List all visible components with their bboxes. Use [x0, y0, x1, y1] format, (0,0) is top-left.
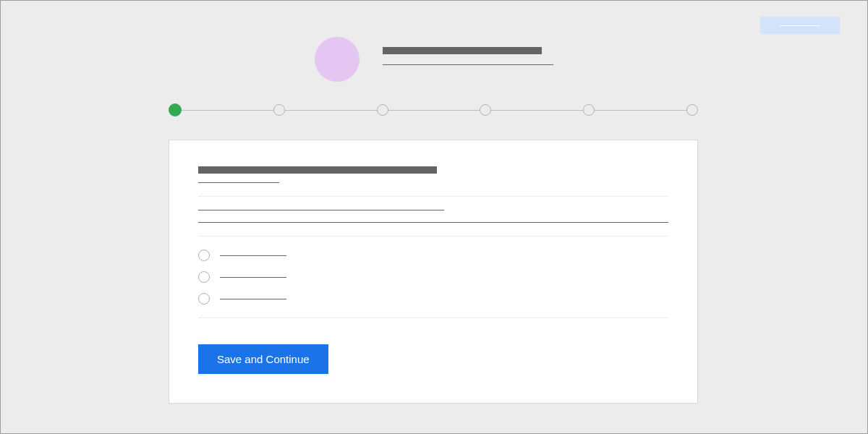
radio-label	[220, 299, 286, 299]
step-dot-1[interactable]	[169, 103, 182, 116]
brand-text-block	[383, 37, 553, 65]
radio-icon	[198, 250, 210, 261]
section-divider-3	[198, 318, 668, 318]
radio-option-3[interactable]	[198, 293, 668, 305]
radio-option-1[interactable]	[198, 250, 668, 261]
notification-text	[780, 25, 820, 26]
radio-label	[220, 255, 286, 256]
radio-label	[220, 277, 286, 278]
save-continue-button[interactable]: Save and Continue	[198, 344, 328, 374]
step-dot-4[interactable]	[480, 104, 491, 116]
section-divider-1	[198, 196, 668, 197]
radio-option-2[interactable]	[198, 271, 668, 283]
notification-banner[interactable]	[760, 17, 840, 34]
radio-icon	[198, 293, 210, 305]
wizard-frame: Save and Continue	[0, 0, 868, 434]
section-subheading	[198, 182, 279, 183]
step-dot-2[interactable]	[273, 104, 285, 116]
step-dot-5[interactable]	[583, 104, 595, 116]
form-card: Save and Continue	[169, 140, 698, 404]
brand-subtitle	[383, 64, 553, 65]
progress-stepper	[169, 103, 698, 116]
radio-icon	[198, 271, 210, 283]
stepper-track	[169, 110, 698, 111]
field-label	[198, 210, 444, 210]
step-dot-3[interactable]	[377, 104, 388, 116]
text-input[interactable]	[198, 222, 668, 223]
brand-title	[383, 47, 542, 54]
radio-group	[198, 250, 668, 305]
brand-logo-circle	[315, 37, 359, 82]
step-dot-6[interactable]	[686, 104, 698, 116]
section-divider-2	[198, 236, 668, 237]
section-heading	[198, 166, 437, 174]
brand-header	[1, 37, 867, 82]
